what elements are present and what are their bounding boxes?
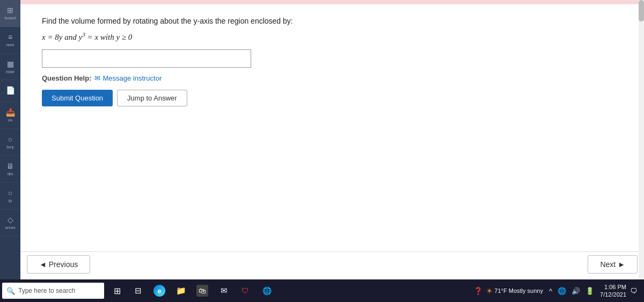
vpn-icon: 🌐 <box>261 285 273 297</box>
store-icon: 🛍 <box>196 285 208 297</box>
sidebar-item-resources[interactable]: ◇ urces <box>0 210 20 236</box>
taskbar-system-tray: ❓ ☀ 71°F Mostly sunny ^ 🌐 🔊 🔋 1:06 PM 7/… <box>472 283 642 299</box>
top-bar <box>20 0 644 4</box>
calendar-icon: ▦ <box>5 59 15 69</box>
answer-input[interactable] <box>42 49 251 68</box>
resources-icon: ◇ <box>5 215 15 225</box>
inbox-icon: 📥 <box>5 107 15 117</box>
tray-speaker-icon[interactable]: 🔊 <box>570 286 582 296</box>
envelope-icon: ✉ <box>94 74 100 82</box>
main-wrapper: Find the volume formed by rotating about… <box>20 0 644 302</box>
clock-time: 1:06 PM <box>600 283 626 291</box>
taskbar-search-icon: 🔍 <box>6 287 15 295</box>
sidebar: ⊞ board ≡ rses ▦ ndar 📄 📥 ox ○ tory 🖥 di… <box>0 0 20 279</box>
previous-button[interactable]: ◄ Previous <box>27 255 90 274</box>
scrollbar-thumb[interactable] <box>639 0 644 21</box>
doc-icon: 📄 <box>5 85 15 95</box>
sidebar-item-history[interactable]: ○ tory <box>0 129 20 156</box>
question-help-label: Question Help: <box>42 74 91 82</box>
taskbar-antivirus[interactable]: 🛡 <box>235 281 255 300</box>
question-text: Find the volume formed by rotating about… <box>42 15 623 27</box>
sidebar-item-doc[interactable]: 📄 <box>0 80 20 102</box>
sidebar-label-courses: rses <box>6 43 14 48</box>
footer-nav: ◄ Previous Next ► <box>20 251 644 276</box>
math-equation: x = 8y and y3 = x with y ≥ 0 <box>42 31 623 42</box>
tray-chevron-icon[interactable]: ^ <box>547 286 554 296</box>
sidebar-label-resources: urces <box>5 226 16 231</box>
board-icon: ⊞ <box>5 5 15 15</box>
taskbar-search[interactable]: 🔍 Type here to search <box>2 283 104 299</box>
windows-icon: ⊞ <box>114 286 121 296</box>
taskbar-taskview[interactable]: ⊟ <box>128 281 148 300</box>
sidebar-item-courses[interactable]: ≡ rses <box>0 27 20 54</box>
taskbar-windows-button[interactable]: ⊞ <box>107 281 127 300</box>
message-instructor-text: Message instructor <box>103 74 162 82</box>
tray-notifications-icon[interactable]: 🗨 <box>628 286 639 296</box>
scrollbar-track[interactable] <box>639 0 644 279</box>
clock-date: 7/12/2021 <box>600 291 626 298</box>
antivirus-icon: 🛡 <box>239 285 251 297</box>
sidebar-label-studio: dio <box>8 172 13 177</box>
taskbar-explorer[interactable]: 📁 <box>171 281 191 300</box>
taskbar-vpn[interactable]: 🌐 <box>257 281 277 300</box>
weather-icon: ☀ <box>486 287 493 295</box>
taskbar-search-text: Type here to search <box>18 287 75 294</box>
studio-icon: 🖥 <box>5 161 15 171</box>
help-icon: ○ <box>5 188 15 198</box>
question-help-row: Question Help: ✉ Message instructor <box>42 74 623 82</box>
sidebar-item-studio[interactable]: 🖥 dio <box>0 156 20 183</box>
taskbar-mail[interactable]: ✉ <box>214 281 234 300</box>
history-icon: ○ <box>5 134 15 144</box>
math-with: with y ≥ 0 <box>100 33 133 41</box>
weather-text: 71°F Mostly sunny <box>494 287 543 294</box>
mail-icon: ✉ <box>218 285 230 297</box>
sidebar-item-calendar[interactable]: ▦ ndar <box>0 54 20 81</box>
sidebar-item-help[interactable]: ○ lp <box>0 183 20 210</box>
edge-icon: e <box>153 285 165 297</box>
math-x: x = 8y and y3 = x <box>42 33 98 41</box>
button-row: Submit Question Jump to Answer <box>42 90 623 106</box>
taskbar: 🔍 Type here to search ⊞ ⊟ e 📁 🛍 ✉ 🛡 🌐 ❓ <box>0 279 644 302</box>
taskbar-store[interactable]: 🛍 <box>192 281 213 300</box>
sidebar-label-help: lp <box>9 199 12 204</box>
sidebar-label-inbox: ox <box>8 118 12 123</box>
sidebar-label-board: board <box>5 16 16 21</box>
courses-icon: ≡ <box>5 32 15 42</box>
sidebar-label-calendar: ndar <box>6 70 14 75</box>
sidebar-item-board[interactable]: ⊞ board <box>0 0 20 27</box>
taskbar-weather[interactable]: ☀ 71°F Mostly sunny <box>486 287 543 295</box>
tray-battery-icon[interactable]: 🔋 <box>584 286 596 296</box>
sidebar-item-inbox[interactable]: 📥 ox <box>0 102 20 129</box>
sidebar-label-history: tory <box>6 145 13 150</box>
jump-to-answer-button[interactable]: Jump to Answer <box>117 90 187 106</box>
tray-help-icon[interactable]: ❓ <box>472 286 484 296</box>
taskview-icon: ⊟ <box>132 285 144 297</box>
message-instructor-link[interactable]: ✉ Message instructor <box>94 74 162 82</box>
submit-question-button[interactable]: Submit Question <box>42 90 113 106</box>
next-button[interactable]: Next ► <box>588 255 638 274</box>
explorer-icon: 📁 <box>175 285 187 297</box>
taskbar-edge[interactable]: e <box>149 281 170 300</box>
tray-network-icon[interactable]: 🌐 <box>556 286 568 296</box>
taskbar-clock[interactable]: 1:06 PM 7/12/2021 <box>600 283 626 299</box>
